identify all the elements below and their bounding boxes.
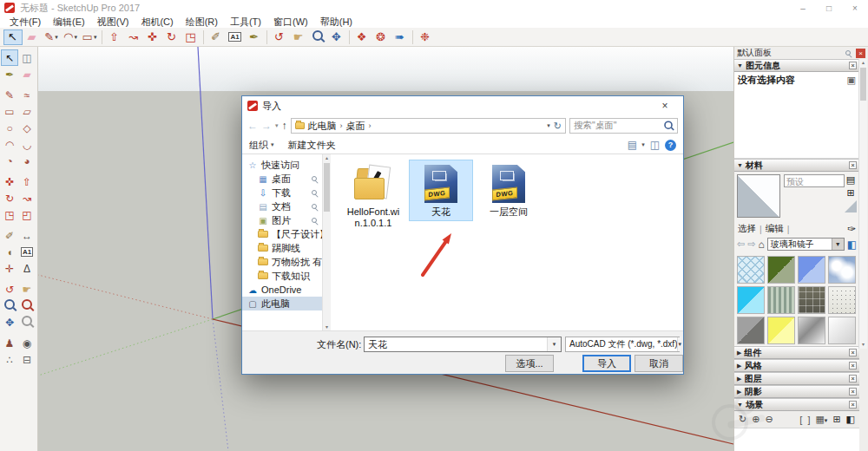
- make-component-tool[interactable]: ◫: [18, 49, 36, 66]
- swatch-cyan[interactable]: [737, 286, 765, 314]
- sample-paint-icon[interactable]: ◧: [847, 239, 857, 251]
- forward-icon[interactable]: →: [261, 120, 272, 132]
- protractor-tool[interactable]: ◖: [1, 244, 18, 260]
- tab-select[interactable]: 选择: [738, 223, 756, 235]
- panel-close-icon[interactable]: ×: [849, 349, 857, 356]
- extension-warehouse-tool[interactable]: ❉: [416, 29, 435, 45]
- rotated-rectangle-tool[interactable]: ▱: [18, 103, 36, 120]
- scroll-up-icon[interactable]: ▴: [859, 59, 867, 67]
- swatch-yellow[interactable]: [767, 317, 795, 344]
- zoom-window-tool[interactable]: [18, 297, 36, 314]
- menu-item[interactable]: 相机(C): [135, 16, 179, 29]
- scene-update-icon[interactable]: ↻: [739, 414, 746, 425]
- rotate-tool[interactable]: ↻: [1, 190, 18, 206]
- import-button[interactable]: 导入: [582, 355, 631, 372]
- close-button[interactable]: ×: [842, 0, 868, 16]
- rotate-tool[interactable]: ↻: [162, 29, 181, 45]
- polygon-tool[interactable]: ◇: [18, 120, 36, 136]
- push-pull-tool[interactable]: ⇧: [18, 173, 36, 190]
- cancel-button[interactable]: 取消: [635, 355, 683, 372]
- sidebar-item-folder-wanwu[interactable]: 万物纷扰 有宅于: [242, 255, 322, 269]
- paint-bucket-tool[interactable]: ✒: [245, 29, 264, 45]
- preview-pane-icon[interactable]: ◫: [650, 139, 660, 151]
- filetype-dropdown[interactable]: AutoCAD 文件 (*.dwg, *.dxf) ▾: [565, 337, 680, 352]
- panel-layers[interactable]: ▶ 图层 ×: [734, 372, 859, 385]
- help-icon[interactable]: ?: [665, 140, 676, 151]
- menu-item[interactable]: 文件(F): [3, 16, 47, 29]
- scroll-down-icon[interactable]: ▾: [859, 341, 867, 349]
- sidebar-item-folder-xiazaizhishi[interactable]: 下载知识: [242, 269, 322, 283]
- follow-me-tool[interactable]: ↝: [124, 29, 143, 45]
- dialog-close-button[interactable]: ×: [652, 100, 678, 112]
- sidebar-item-folder-tijiaoxian[interactable]: 踢脚线: [242, 241, 322, 255]
- menu-item[interactable]: 视图(V): [91, 16, 135, 29]
- swatch-dark-grid[interactable]: [798, 286, 825, 314]
- sidebar-item-downloads[interactable]: ⇩ 下载: [242, 186, 322, 199]
- paint-bucket-tool[interactable]: ✒: [1, 66, 18, 82]
- entity-info-close-icon[interactable]: ×: [849, 62, 857, 69]
- swatch-metal[interactable]: [798, 317, 825, 344]
- back-icon[interactable]: ⇦: [737, 239, 745, 250]
- dialog-title-bar[interactable]: 导入 ×: [242, 96, 683, 115]
- chevron-down-icon[interactable]: ▾: [641, 141, 645, 148]
- zoom-tool[interactable]: [1, 297, 18, 314]
- sidebar-item-onedrive[interactable]: ☁ OneDrive: [242, 283, 322, 297]
- zoom-extents-tool[interactable]: ✥: [327, 29, 346, 45]
- position-camera-tool[interactable]: ♟: [1, 335, 18, 351]
- offset-tool[interactable]: ◳: [1, 206, 18, 223]
- warehouse-model-tool[interactable]: ❖: [352, 29, 372, 45]
- file-tile-hellofont[interactable]: DWG HelloFont.win.1.0.1.1: [341, 160, 405, 232]
- orbit-tool[interactable]: ↺: [1, 281, 18, 297]
- sidebar-scrollbar[interactable]: ▴ ▾: [322, 154, 331, 331]
- toolbar-icon[interactable]: [412, 30, 413, 44]
- options-button[interactable]: 选项...: [505, 355, 554, 372]
- swatch-glass-lattice[interactable]: [737, 256, 765, 284]
- scroll-up-icon[interactable]: ▴: [323, 154, 331, 162]
- swatch-stripes[interactable]: [767, 286, 795, 314]
- entity-detail-icon[interactable]: ▣: [847, 75, 856, 86]
- panel-styles[interactable]: ▶ 风格 ×: [734, 359, 859, 372]
- section-plane-tool[interactable]: ⊟: [18, 351, 36, 368]
- sidebar-item-documents[interactable]: ▤ 文档: [242, 199, 322, 213]
- swatch-gray[interactable]: [737, 317, 765, 344]
- arc-tool[interactable]: ◠: [1, 136, 18, 153]
- swatch-blue[interactable]: [798, 256, 825, 284]
- sidebar-item-desktop[interactable]: ▦ 桌面: [242, 172, 322, 186]
- previous-view-tool[interactable]: [18, 314, 36, 330]
- scrollbar-thumb[interactable]: [324, 163, 330, 212]
- chevron-down-icon[interactable]: ▾: [547, 337, 561, 351]
- two-point-arc-tool[interactable]: ◡: [18, 136, 36, 153]
- toolbar-icon[interactable]: [203, 30, 204, 44]
- active-material-swatch[interactable]: [737, 174, 780, 218]
- eyedropper-icon[interactable]: ✑: [847, 223, 856, 235]
- orbit-tool[interactable]: ↺: [270, 29, 289, 45]
- view-mode-icon[interactable]: ▤: [628, 139, 637, 151]
- pin-icon[interactable]: [845, 50, 851, 56]
- look-around-tool[interactable]: ◉: [18, 335, 36, 351]
- up-icon[interactable]: ↑: [282, 120, 287, 132]
- arc-tool[interactable]: ◠ ▾: [61, 29, 80, 45]
- panel-close-icon[interactable]: ×: [849, 362, 857, 369]
- line-tool[interactable]: ✎ ▾: [42, 29, 61, 45]
- sidebar-item-folder-chizi[interactable]: 【尺子设计】原: [242, 227, 322, 241]
- move-tool[interactable]: ✜: [143, 29, 162, 45]
- menu-item[interactable]: 工具(T): [224, 16, 267, 29]
- walk-tool[interactable]: ∴: [1, 351, 18, 368]
- select-tool[interactable]: ↖: [3, 29, 23, 45]
- breadcrumb-folder[interactable]: 桌面: [346, 120, 365, 133]
- scene-add-icon[interactable]: ⊕: [752, 414, 760, 425]
- rectangle-tool[interactable]: ▭: [1, 103, 18, 120]
- zoom-tool[interactable]: [308, 29, 327, 45]
- breadcrumb[interactable]: 此电脑 › 桌面 › ▾ ↻: [291, 118, 566, 134]
- push-pull-tool[interactable]: ⇧: [105, 29, 124, 45]
- scrollbar-thumb[interactable]: [860, 68, 866, 101]
- scene-details-icon[interactable]: ⊞: [832, 414, 840, 425]
- organize-button[interactable]: 组织: [249, 139, 268, 152]
- history-caret-icon[interactable]: ▾: [275, 122, 279, 129]
- eraser-tool[interactable]: ▰: [23, 29, 42, 45]
- scenes-close-icon[interactable]: ×: [849, 401, 857, 409]
- zoom-extents-tool[interactable]: ✥: [1, 314, 18, 330]
- home-icon[interactable]: ⌂: [758, 239, 764, 251]
- axes-tool[interactable]: ✛: [1, 260, 18, 277]
- menu-item[interactable]: 窗口(W): [267, 16, 314, 29]
